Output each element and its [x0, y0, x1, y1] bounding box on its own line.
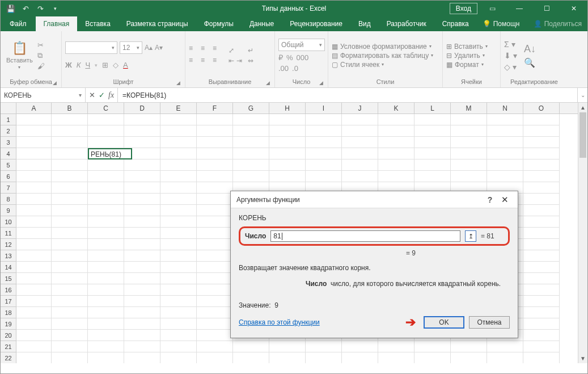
font-size-combo[interactable]: 12▾ [120, 41, 142, 54]
cell[interactable] [414, 352, 451, 363]
insert-cells-button[interactable]: ⊞Вставить▾ [446, 43, 488, 51]
tab-review[interactable]: Рецензирование [282, 16, 350, 31]
scroll-thumb[interactable] [579, 112, 586, 158]
cell[interactable] [269, 148, 306, 159]
cell[interactable] [523, 182, 560, 194]
cell[interactable] [160, 137, 197, 148]
cell[interactable] [487, 341, 523, 352]
cell[interactable] [414, 159, 451, 171]
cell[interactable] [124, 159, 160, 171]
decrease-indent-icon[interactable]: ⇤ [229, 57, 234, 65]
cell[interactable] [124, 307, 160, 318]
cell[interactable] [52, 171, 88, 182]
font-launcher-icon[interactable]: ◢ [176, 80, 180, 86]
align-right-icon[interactable]: ≡ [213, 56, 223, 66]
cell[interactable] [414, 148, 451, 159]
cell[interactable] [306, 352, 342, 363]
row-header[interactable]: 14 [1, 262, 16, 273]
tab-layout[interactable]: Разметка страницы [119, 16, 196, 31]
cell[interactable] [88, 352, 124, 363]
cell[interactable] [160, 159, 197, 171]
cell[interactable] [451, 114, 487, 125]
row-header[interactable]: 17 [1, 296, 16, 307]
cell[interactable] [52, 273, 88, 284]
cell[interactable] [16, 262, 52, 273]
cell[interactable] [16, 137, 52, 148]
align-center-icon[interactable]: ≡ [201, 56, 211, 66]
cell[interactable] [52, 216, 88, 228]
enter-formula-icon[interactable]: ✓ [99, 91, 105, 99]
fx-icon[interactable]: fx [108, 91, 114, 100]
cell[interactable] [197, 296, 233, 307]
scroll-down-icon[interactable]: ▼ [578, 354, 587, 363]
cell[interactable] [342, 159, 378, 171]
cell[interactable] [378, 159, 414, 171]
orientation-icon[interactable]: ⤢ [229, 47, 242, 54]
decrease-decimal-icon[interactable]: .0 [292, 64, 298, 73]
cell[interactable] [88, 239, 124, 250]
ribbon-options-icon[interactable]: ▭ [480, 1, 505, 16]
cell[interactable] [88, 125, 124, 137]
bold-button[interactable]: Ж [65, 61, 72, 69]
cell[interactable] [306, 125, 342, 137]
cell[interactable] [197, 216, 233, 228]
cell[interactable] [88, 182, 124, 194]
tab-help[interactable]: Справка [434, 16, 477, 31]
cell[interactable] [523, 239, 560, 250]
cell[interactable] [16, 318, 52, 330]
cut-icon[interactable]: ✂ [37, 41, 45, 49]
cell[interactable] [124, 250, 160, 262]
cell[interactable] [88, 114, 124, 125]
cell[interactable] [523, 137, 560, 148]
cell[interactable] [124, 228, 160, 239]
cancel-formula-icon[interactable]: ✕ [89, 91, 95, 99]
cell[interactable] [124, 284, 160, 296]
cell[interactable] [52, 137, 88, 148]
cell[interactable] [523, 148, 560, 159]
tab-data[interactable]: Данные [242, 16, 282, 31]
cell[interactable] [523, 273, 560, 284]
col-header[interactable]: A [16, 103, 52, 114]
cell[interactable] [88, 262, 124, 273]
row-header[interactable]: 9 [1, 205, 16, 216]
cell[interactable] [487, 171, 523, 182]
cell[interactable] [378, 137, 414, 148]
paste-button[interactable]: 📋 Вставить ▾ [4, 41, 35, 70]
cell[interactable] [197, 352, 233, 363]
cell[interactable] [197, 148, 233, 159]
cell[interactable] [160, 228, 197, 239]
cell[interactable] [306, 148, 342, 159]
cell[interactable] [197, 194, 233, 205]
cell[interactable] [197, 318, 233, 330]
cell[interactable] [124, 194, 160, 205]
cell[interactable] [451, 341, 487, 352]
cell[interactable] [523, 159, 560, 171]
cell[interactable] [16, 330, 52, 341]
cell[interactable] [269, 341, 306, 352]
cell[interactable] [487, 159, 523, 171]
cell[interactable] [124, 273, 160, 284]
align-left-icon[interactable]: ≡ [189, 56, 199, 66]
row-header[interactable]: 2 [1, 125, 16, 137]
cell[interactable] [160, 171, 197, 182]
tab-view[interactable]: Вид [350, 16, 379, 31]
cell[interactable] [523, 330, 560, 341]
col-header[interactable]: M [451, 103, 487, 114]
cell[interactable] [160, 148, 197, 159]
cell[interactable] [88, 307, 124, 318]
undo-icon[interactable]: ↶ [19, 2, 32, 15]
cell[interactable] [124, 352, 160, 363]
cell[interactable] [124, 182, 160, 194]
cell[interactable] [197, 239, 233, 250]
cell[interactable] [160, 318, 197, 330]
cell[interactable] [342, 148, 378, 159]
cell[interactable] [160, 239, 197, 250]
increase-indent-icon[interactable]: ⇥ [236, 57, 242, 65]
cell[interactable] [378, 114, 414, 125]
align-launcher-icon[interactable]: ◢ [266, 80, 270, 86]
row-header[interactable]: 3 [1, 137, 16, 148]
increase-decimal-icon[interactable]: .00 [278, 64, 289, 73]
cell[interactable] [487, 125, 523, 137]
cell[interactable] [233, 352, 269, 363]
cell[interactable] [451, 171, 487, 182]
